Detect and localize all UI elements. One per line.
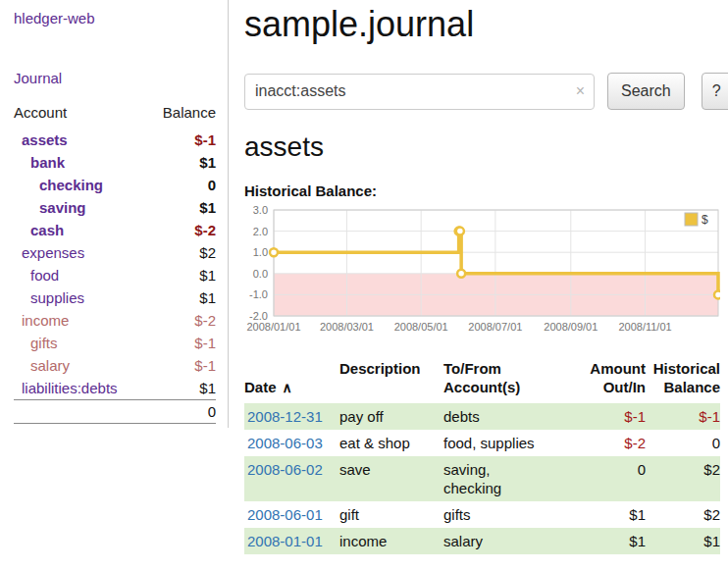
register-date-cell: 2008-01-01	[244, 528, 339, 554]
account-balance: $-1	[147, 129, 216, 151]
account-link[interactable]: expenses	[22, 244, 84, 261]
register-balance: $-1	[646, 403, 720, 430]
svg-text:3.0: 3.0	[253, 205, 268, 216]
register-date-link[interactable]: 2008-06-01	[247, 506, 323, 523]
account-row: income$-2	[14, 309, 216, 332]
sidebar: hledger-web Journal Account Balance asse…	[0, 0, 229, 428]
register-date-cell: 2008-06-01	[244, 501, 339, 528]
data-point	[270, 248, 278, 256]
account-row: supplies$1	[14, 286, 216, 309]
journal-link[interactable]: Journal	[14, 70, 62, 86]
account-link[interactable]: cash	[30, 222, 64, 238]
account-row: cash$-2	[14, 219, 216, 241]
app-title-link[interactable]: hledger-web	[14, 10, 95, 26]
account-link[interactable]: salary	[30, 357, 70, 374]
account-row: saving$1	[14, 196, 216, 219]
data-point	[456, 228, 464, 235]
accounts-header-row: Account Balance	[14, 104, 216, 129]
register-amount: 0	[577, 456, 646, 501]
sort-ascending-icon: ∧	[283, 380, 292, 395]
register-date-cell: 2008-06-02	[244, 456, 339, 501]
account-link[interactable]: food	[30, 267, 59, 284]
search-button[interactable]: Search	[607, 73, 685, 110]
clear-search-icon[interactable]: ×	[576, 82, 585, 100]
account-cell: liabilities:debts	[14, 377, 147, 400]
register-header-date[interactable]: Date∧	[244, 359, 339, 403]
register-row: 2008-06-02savesaving, checking0$2	[244, 456, 720, 501]
svg-text:2008/03/01: 2008/03/01	[320, 321, 374, 333]
register-row: 2008-06-03eat & shopfood, supplies$-20	[244, 430, 720, 456]
register-body: 2008-12-31pay offdebts$-1$-12008-06-03ea…	[244, 403, 720, 554]
svg-text:2008/07/01: 2008/07/01	[468, 321, 522, 333]
account-cell: income	[14, 309, 147, 332]
account-link[interactable]: assets	[22, 131, 68, 148]
register-amount: $-1	[577, 403, 646, 430]
data-point	[457, 270, 465, 278]
chart-title: Historical Balance:	[244, 182, 728, 199]
account-row: checking0	[14, 174, 216, 196]
register-date-link[interactable]: 2008-12-31	[247, 408, 323, 425]
account-cell: bank	[14, 151, 147, 174]
register-amount: $1	[577, 501, 646, 528]
svg-text:2008/01/01: 2008/01/01	[246, 321, 300, 333]
register-header-row: Date∧ Description To/From Account(s) Amo…	[244, 359, 720, 403]
legend-swatch	[685, 213, 698, 226]
data-point	[714, 290, 720, 298]
account-heading: assets	[244, 131, 728, 163]
register-header-amount: Amount Out/In	[577, 359, 646, 403]
account-row: gifts$-1	[14, 332, 216, 354]
account-balance: $-1	[147, 332, 216, 354]
register-amount: $1	[577, 528, 646, 554]
register-date-link[interactable]: 2008-06-02	[247, 461, 323, 478]
account-row: liabilities:debts$1	[14, 377, 216, 400]
svg-text:2.0: 2.0	[253, 226, 268, 237]
accounts-total-value: 0	[147, 400, 216, 424]
page-title: sample.journal	[244, 4, 728, 45]
account-link[interactable]: saving	[39, 199, 86, 216]
account-link[interactable]: checking	[39, 177, 103, 193]
account-balance: $-2	[147, 309, 216, 332]
account-link[interactable]: liabilities:debts	[22, 380, 118, 396]
register-date-link[interactable]: 2008-06-03	[247, 435, 323, 451]
register-header-balance: Historical Balance	[646, 359, 720, 403]
register-description: income	[339, 528, 443, 554]
account-balance: $1	[147, 377, 216, 400]
register-date-link[interactable]: 2008-01-01	[247, 533, 323, 549]
accounts-header-balance: Balance	[147, 104, 216, 129]
legend-label: $	[702, 213, 708, 227]
register-description: gift	[339, 501, 443, 528]
account-balance: $1	[147, 286, 216, 309]
register-accounts: food, supplies	[443, 430, 577, 456]
register-amount: $-2	[577, 430, 646, 456]
account-cell: supplies	[14, 286, 147, 309]
account-cell: salary	[14, 354, 147, 377]
register-date-cell: 2008-12-31	[244, 403, 339, 430]
search-box: ×	[244, 74, 595, 110]
account-balance: $1	[147, 196, 216, 219]
accounts-header-account: Account	[14, 104, 147, 129]
account-cell: saving	[14, 196, 147, 219]
accounts-total-spacer	[14, 400, 147, 424]
search-input[interactable]	[244, 74, 595, 110]
account-row: expenses$2	[14, 241, 216, 264]
help-button[interactable]: ?	[702, 73, 728, 110]
svg-text:2008/05/01: 2008/05/01	[394, 321, 448, 333]
account-cell: cash	[14, 219, 147, 241]
account-row: salary$-1	[14, 354, 216, 377]
register-balance: 0	[646, 430, 720, 456]
account-cell: gifts	[14, 332, 147, 354]
svg-text:1.0: 1.0	[253, 246, 268, 258]
register-date-cell: 2008-06-03	[244, 430, 339, 456]
register-accounts: saving, checking	[443, 456, 577, 501]
accounts-total-row: 0	[14, 400, 216, 424]
app: hledger-web Journal Account Balance asse…	[0, 0, 728, 554]
account-cell: checking	[14, 174, 147, 196]
account-row: food$1	[14, 264, 216, 286]
account-link[interactable]: supplies	[30, 289, 84, 306]
account-link[interactable]: bank	[30, 154, 65, 171]
register-balance: $2	[646, 456, 720, 501]
account-balance: $-2	[147, 219, 216, 241]
account-link[interactable]: gifts	[30, 335, 58, 351]
account-link[interactable]: income	[22, 312, 69, 329]
account-balance: $-1	[147, 354, 216, 377]
